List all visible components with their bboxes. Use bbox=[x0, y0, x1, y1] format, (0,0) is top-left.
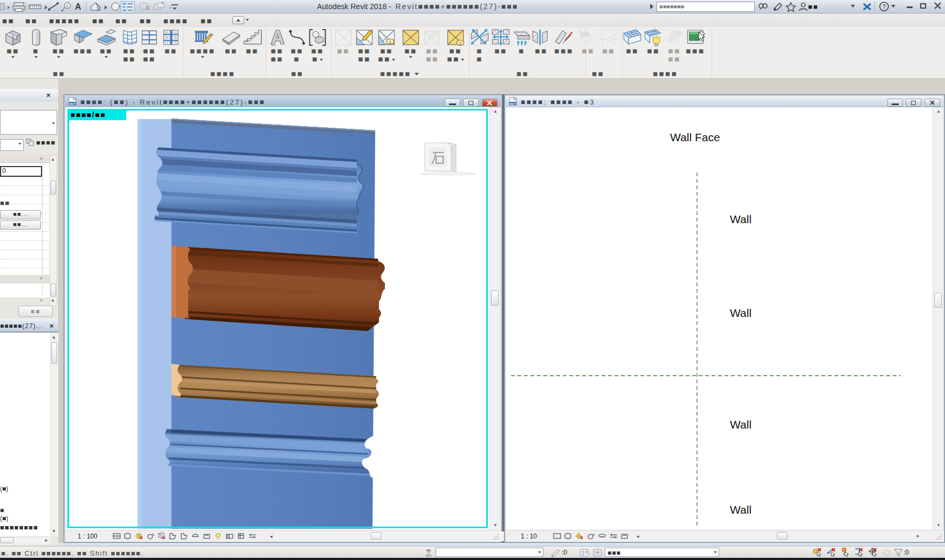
svg-text:1: 1 bbox=[66, 4, 68, 8]
svg-text:A: A bbox=[75, 2, 81, 11]
svg-text:RVT: RVT bbox=[510, 102, 516, 106]
svg-text:RVT: RVT bbox=[70, 102, 76, 106]
svg-text:1: 1 bbox=[389, 40, 391, 45]
svg-text:?: ? bbox=[882, 3, 886, 10]
svg-text:1: 1 bbox=[459, 41, 461, 46]
